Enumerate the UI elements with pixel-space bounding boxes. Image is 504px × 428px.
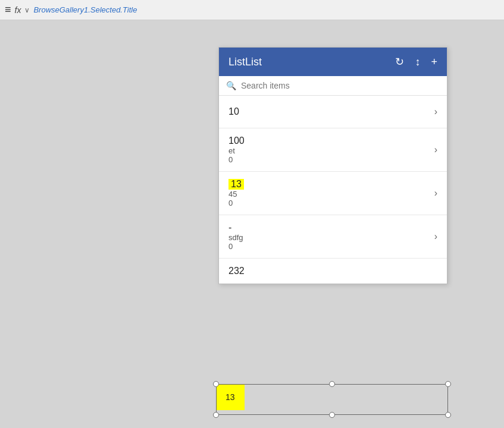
search-icon: 🔍 [226, 81, 236, 90]
item-title: - [228, 222, 243, 233]
item-content: 232 [228, 266, 245, 276]
item-content: - sdfg 0 [228, 222, 243, 251]
item-subtitle2: 0 [228, 242, 243, 251]
formula-input[interactable] [33, 5, 499, 14]
app-title: ListList [228, 56, 262, 68]
selection-overlay: 13 [216, 384, 448, 415]
handle-bottom-right[interactable] [445, 412, 451, 418]
formula-bar: ≡ fx ∨ [0, 0, 504, 20]
item-subtitle2: 0 [228, 199, 244, 207]
handle-top-middle[interactable] [329, 381, 335, 387]
handle-bottom-middle[interactable] [329, 412, 335, 418]
item-subtitle: et [228, 146, 245, 155]
caret-icon[interactable]: ∨ [24, 6, 30, 14]
item-title: 232 [228, 266, 245, 276]
item-content: 10 [228, 106, 239, 117]
list-item[interactable]: 100 et 0 › [219, 128, 447, 172]
header-icons: ↻ ↕ + [395, 55, 437, 68]
sort-icon[interactable]: ↕ [415, 56, 420, 68]
app-header: ListList ↻ ↕ + [219, 48, 447, 76]
menu-icon[interactable]: ≡ [5, 4, 11, 16]
handle-top-left[interactable] [213, 381, 219, 387]
item-content: 100 et 0 [228, 136, 245, 164]
canvas: ListList ↻ ↕ + 🔍 10 › 100 et 0 [0, 20, 504, 428]
list-item[interactable]: 13 45 0 › [219, 172, 447, 215]
selection-border [216, 384, 448, 415]
handle-top-right[interactable] [445, 381, 451, 387]
item-title: 13 [228, 179, 244, 190]
list-item[interactable]: 232 [219, 259, 447, 284]
chevron-icon: › [434, 188, 437, 199]
item-subtitle: 45 [228, 190, 244, 199]
search-input[interactable] [241, 81, 440, 90]
add-icon[interactable]: + [431, 56, 437, 68]
app-card: ListList ↻ ↕ + 🔍 10 › 100 et 0 [218, 47, 447, 284]
list-item[interactable]: 10 › [219, 96, 447, 128]
item-content: 13 45 0 [228, 179, 244, 207]
chevron-icon: › [434, 231, 437, 242]
refresh-icon[interactable]: ↻ [395, 55, 404, 68]
chevron-icon: › [434, 144, 437, 155]
item-title: 100 [228, 136, 245, 146]
item-title: 10 [228, 106, 239, 117]
handle-bottom-left[interactable] [213, 412, 219, 418]
chevron-icon: › [434, 106, 437, 117]
item-subtitle2: 0 [228, 155, 245, 164]
selected-value: 13 [216, 384, 245, 410]
list-item[interactable]: - sdfg 0 › [219, 215, 447, 259]
search-bar: 🔍 [219, 76, 447, 96]
item-subtitle: sdfg [228, 233, 243, 242]
fx-icon: fx [15, 5, 21, 15]
